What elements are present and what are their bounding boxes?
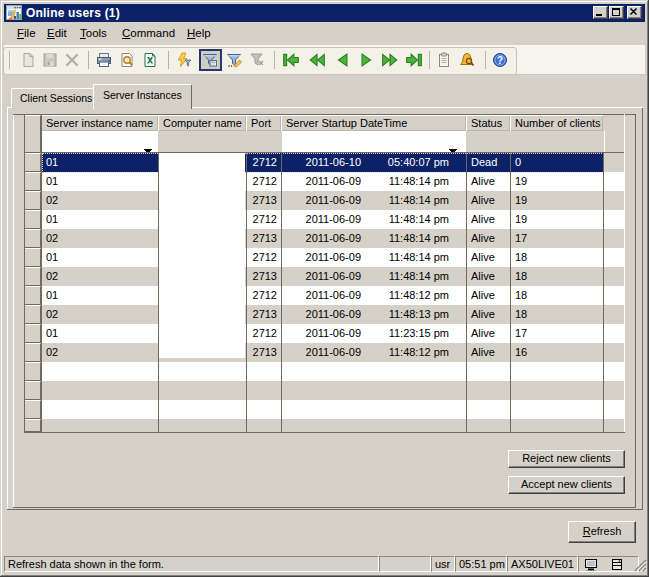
svg-text:?: ? — [497, 55, 503, 66]
